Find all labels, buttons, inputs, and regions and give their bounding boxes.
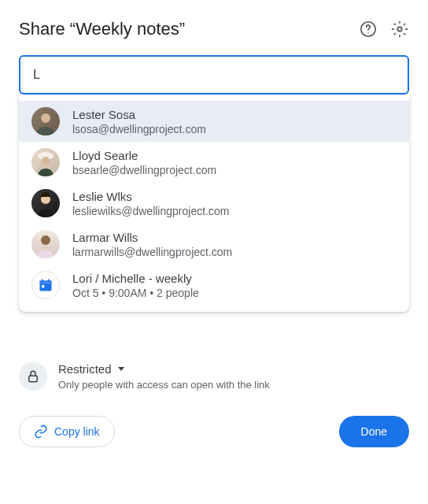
svg-point-1 (367, 32, 368, 33)
svg-rect-9 (40, 280, 52, 284)
suggestion-text: Larmar Wills larmarwills@dwellingproject… (72, 231, 232, 258)
suggestion-email: lsosa@dwellingproject.com (72, 123, 206, 135)
suggestion-item[interactable]: Lori / Michelle - weekly Oct 5 • 9:00AM … (19, 265, 409, 306)
suggestion-email: bsearle@dwellingproject.com (72, 164, 216, 176)
suggestions-dropdown: Lester Sosa lsosa@dwellingproject.com Ll… (19, 94, 409, 312)
suggestion-text: Lester Sosa lsosa@dwellingproject.com (72, 108, 206, 135)
suggestion-text: Lori / Michelle - weekly Oct 5 • 9:00AM … (72, 272, 199, 299)
suggestion-item[interactable]: Leslie Wlks lesliewilks@dwellingproject.… (19, 183, 409, 224)
copy-link-label: Copy link (54, 425, 100, 438)
avatar (31, 189, 60, 217)
search-container: Lester Sosa lsosa@dwellingproject.com Ll… (19, 55, 409, 94)
access-description: Only people with access can open with th… (58, 379, 270, 391)
svg-rect-13 (29, 376, 38, 382)
suggestion-name: Lester Sosa (72, 108, 206, 121)
access-level-label: Restricted (58, 362, 112, 376)
svg-point-3 (41, 113, 50, 123)
access-text-block: Restricted Only people with access can o… (58, 362, 270, 391)
suggestion-text: Lloyd Searle bsearle@dwellingproject.com (72, 149, 216, 176)
svg-rect-10 (42, 285, 44, 287)
suggestion-email: larmarwills@dwellingproject.com (72, 246, 232, 258)
suggestion-text: Leslie Wlks lesliewilks@dwellingproject.… (72, 190, 229, 217)
suggestion-item[interactable]: Lester Sosa lsosa@dwellingproject.com (19, 101, 409, 142)
calendar-icon (31, 271, 60, 299)
suggestion-item[interactable]: Larmar Wills larmarwills@dwellingproject… (19, 224, 409, 265)
access-level-selector[interactable]: Restricted (58, 362, 270, 376)
general-access-section: Restricted Only people with access can o… (19, 362, 409, 391)
avatar (31, 230, 60, 258)
dialog-title: Share “Weekly notes” (19, 19, 185, 39)
suggestion-name: Lloyd Searle (72, 149, 216, 162)
svg-point-7 (41, 235, 50, 245)
dialog-header: Share “Weekly notes” (19, 19, 409, 39)
done-button[interactable]: Done (339, 416, 409, 447)
people-search-input[interactable] (19, 55, 409, 94)
copy-link-button[interactable]: Copy link (19, 416, 115, 447)
link-icon (34, 424, 48, 439)
svg-point-2 (397, 27, 402, 32)
suggestion-name: Larmar Wills (72, 231, 232, 244)
suggestion-detail: Oct 5 • 9:00AM • 2 people (72, 287, 199, 299)
suggestion-email: lesliewilks@dwellingproject.com (72, 205, 229, 217)
header-actions (359, 20, 409, 39)
lock-icon (19, 362, 47, 391)
suggestion-item[interactable]: Lloyd Searle bsearle@dwellingproject.com (19, 142, 409, 183)
avatar (31, 148, 60, 176)
suggestion-name: Lori / Michelle - weekly (72, 272, 199, 285)
help-icon[interactable] (359, 20, 378, 39)
avatar (31, 107, 60, 135)
svg-point-5 (42, 157, 50, 165)
settings-icon[interactable] (390, 20, 409, 39)
dialog-footer: Copy link Done (19, 416, 409, 447)
suggestion-name: Leslie Wlks (72, 190, 229, 203)
chevron-down-icon (118, 367, 124, 371)
